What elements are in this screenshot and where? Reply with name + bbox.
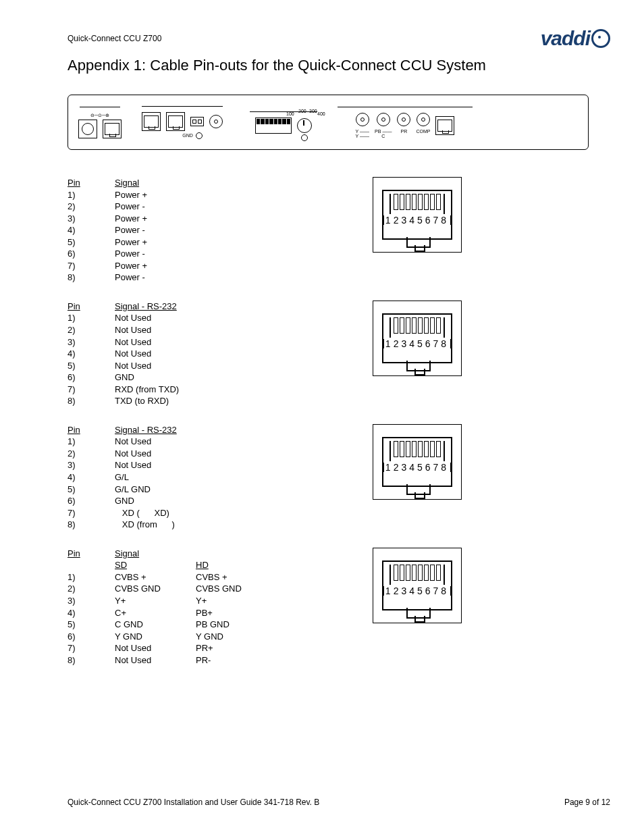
- brand-logo: vaddi: [541, 27, 610, 50]
- rj45-diagram-icon: 12345678: [373, 548, 462, 623]
- pinout-table-power: Pin 1) 2) 3) 4) 5) 6) 7) 8) Signal Power…: [68, 177, 196, 284]
- rj45-port-icon: [166, 112, 185, 131]
- terminal-block-icon: [190, 117, 204, 126]
- pinout-table-rs232-b: Pin 1) 2) 3) 4) 5) 6) 7) 8) Signal - RS-…: [68, 424, 196, 531]
- rj45-port-icon: [142, 112, 161, 131]
- rj45-power-port-icon: [103, 120, 122, 138]
- bnc-port-icon: [209, 115, 223, 128]
- rj45-diagram-icon: 12345678: [373, 177, 462, 253]
- footer-left: Quick-Connect CCU Z700 Installation and …: [68, 798, 319, 807]
- pinout-table-rs232-a: Pin 1) 2) 3) 4) 5) 6) 7) 8) Signal - RS-…: [68, 301, 196, 407]
- logo-ring-icon: [591, 29, 610, 48]
- dc-polarity-icon: ⊖─⊙─⊕: [90, 113, 109, 118]
- back-panel-diagram: ⊖─⊙─⊕ GND: [68, 95, 589, 150]
- rj45-diagram-icon: 12345678: [373, 301, 462, 376]
- rotary-dial-icon: 100 200 300 400: [297, 118, 312, 133]
- dip-switch-icon: [255, 118, 292, 134]
- gnd-hole-icon: [196, 132, 203, 139]
- page-title: Appendix 1: Cable Pin-outs for the Quick…: [68, 57, 610, 74]
- rj45-diagram-icon: 12345678: [373, 424, 462, 500]
- pinout-table-video: Pin 1) 2) 3) 4) 5) 6) 7) 8) Signal SD CV…: [68, 548, 257, 666]
- bnc-pr-icon: [397, 113, 410, 126]
- bnc-y-icon: [356, 113, 369, 126]
- bnc-comp-icon: [417, 113, 430, 126]
- footer-page: Page 9 of 12: [564, 798, 610, 807]
- bnc-pb-icon: [377, 113, 390, 126]
- rj45-video-port-icon: [435, 116, 454, 135]
- dc-jack-icon: [78, 120, 97, 138]
- gnd-label: GND: [182, 132, 193, 137]
- header-product: Quick-Connect CCU Z700: [68, 34, 161, 43]
